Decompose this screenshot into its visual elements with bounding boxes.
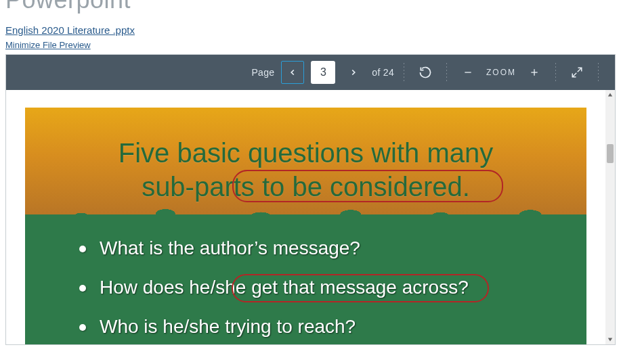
rotate-button[interactable] bbox=[414, 61, 437, 84]
slide-bullet: Who is he/she trying to reach? bbox=[79, 316, 559, 338]
annotation-oval bbox=[232, 274, 489, 302]
zoom-out-button[interactable] bbox=[456, 61, 479, 84]
minimize-preview-link[interactable]: Minimize File Preview bbox=[5, 40, 91, 50]
chevron-left-icon bbox=[288, 68, 297, 77]
svg-marker-6 bbox=[608, 338, 612, 342]
caret-down-icon bbox=[607, 337, 613, 342]
page-label: Page bbox=[251, 67, 274, 78]
scroll-up-button[interactable] bbox=[605, 90, 615, 99]
next-page-button[interactable] bbox=[342, 61, 365, 84]
page-nav-group: Page 3 of 24 bbox=[251, 61, 394, 84]
toolbar-separator bbox=[404, 63, 404, 82]
scrollbar-thumb[interactable] bbox=[607, 144, 614, 163]
svg-line-4 bbox=[572, 73, 576, 77]
annotation-oval bbox=[232, 170, 503, 202]
slide-title-line1: Five basic questions with many bbox=[119, 138, 494, 168]
toolbar-separator bbox=[555, 63, 556, 82]
prev-page-button[interactable] bbox=[281, 61, 304, 84]
fullscreen-icon bbox=[571, 66, 583, 78]
zoom-group: ZOOM bbox=[456, 61, 546, 84]
file-link[interactable]: English 2020 Literature .pptx bbox=[5, 24, 135, 36]
zoom-in-button[interactable] bbox=[523, 61, 546, 84]
minus-icon bbox=[463, 67, 473, 78]
toolbar-separator bbox=[598, 63, 599, 82]
slide-scroll-area: Five basic questions with many sub-parts… bbox=[6, 90, 605, 344]
svg-line-3 bbox=[578, 68, 582, 72]
page-total-label: of 24 bbox=[372, 67, 394, 78]
plus-icon bbox=[529, 67, 540, 78]
toolbar-separator bbox=[446, 63, 447, 82]
zoom-label: ZOOM bbox=[486, 68, 516, 77]
slide-bullet: What is the author’s message? bbox=[79, 237, 559, 259]
rotate-icon bbox=[419, 66, 432, 79]
slide: Five basic questions with many sub-parts… bbox=[25, 108, 586, 344]
caret-up-icon bbox=[607, 92, 613, 97]
vertical-scrollbar[interactable] bbox=[605, 90, 615, 344]
scroll-down-button[interactable] bbox=[605, 335, 615, 344]
chevron-right-icon bbox=[349, 68, 358, 77]
fullscreen-button[interactable] bbox=[565, 61, 588, 84]
svg-marker-5 bbox=[608, 93, 612, 97]
viewer-toolbar: Page 3 of 24 ZOOM bbox=[6, 55, 615, 90]
page-number-input[interactable]: 3 bbox=[311, 61, 335, 84]
page-title: Powerpoint bbox=[0, 0, 621, 12]
file-preview-viewer: Page 3 of 24 ZOOM bbox=[5, 54, 616, 345]
